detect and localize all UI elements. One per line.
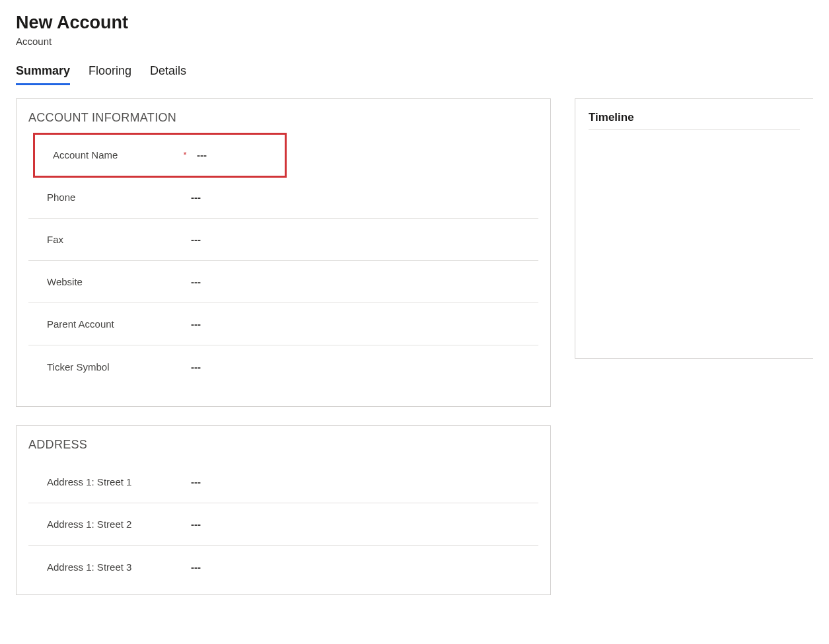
- field-fax[interactable]: Fax ---: [28, 219, 538, 261]
- field-label-address1-street1: Address 1: Street 1: [47, 476, 172, 487]
- field-address1-street2[interactable]: Address 1: Street 2 ---: [28, 503, 538, 546]
- field-value-ticker-symbol[interactable]: ---: [186, 361, 533, 373]
- page-header: New Account Account: [16, 12, 813, 47]
- field-ticker-symbol[interactable]: Ticker Symbol ---: [28, 345, 538, 388]
- field-value-parent-account[interactable]: ---: [186, 318, 533, 330]
- timeline-card: Timeline: [575, 98, 813, 359]
- page-title: New Account: [16, 12, 813, 33]
- field-label-website: Website: [47, 276, 172, 287]
- field-value-website[interactable]: ---: [186, 276, 533, 287]
- section-title-address: ADDRESS: [28, 438, 538, 452]
- page-subtitle: Account: [16, 36, 813, 47]
- field-label-address1-street2: Address 1: Street 2: [47, 519, 172, 530]
- field-label-address1-street3: Address 1: Street 3: [47, 561, 172, 573]
- tab-summary[interactable]: Summary: [16, 64, 70, 85]
- tab-list: Summary Flooring Details: [16, 64, 813, 85]
- section-account-information: ACCOUNT INFORMATION Account Name * --- P…: [16, 98, 551, 407]
- field-phone[interactable]: Phone ---: [28, 176, 538, 219]
- field-website[interactable]: Website ---: [28, 261, 538, 303]
- tab-flooring[interactable]: Flooring: [89, 64, 131, 85]
- side-column: Timeline: [575, 98, 813, 359]
- field-label-account-name: Account Name: [53, 149, 178, 161]
- field-value-fax[interactable]: ---: [186, 234, 533, 245]
- field-address1-street1[interactable]: Address 1: Street 1 ---: [28, 461, 538, 503]
- main-column: ACCOUNT INFORMATION Account Name * --- P…: [16, 98, 551, 595]
- field-label-parent-account: Parent Account: [47, 318, 172, 330]
- field-account-name[interactable]: Account Name * ---: [34, 134, 285, 176]
- timeline-title: Timeline: [589, 111, 800, 130]
- field-address1-street3[interactable]: Address 1: Street 3 ---: [28, 546, 538, 588]
- content-area: ACCOUNT INFORMATION Account Name * --- P…: [16, 98, 813, 595]
- field-value-address1-street3[interactable]: ---: [186, 561, 533, 573]
- field-value-phone[interactable]: ---: [186, 192, 533, 203]
- field-label-phone: Phone: [47, 192, 172, 203]
- field-label-fax: Fax: [47, 234, 172, 245]
- field-value-account-name[interactable]: ---: [192, 149, 280, 161]
- section-title-account-information: ACCOUNT INFORMATION: [28, 111, 538, 125]
- tab-details[interactable]: Details: [150, 64, 186, 85]
- section-address: ADDRESS Address 1: Street 1 --- Address …: [16, 425, 551, 595]
- field-value-address1-street1[interactable]: ---: [186, 476, 533, 487]
- required-indicator: *: [178, 150, 192, 160]
- field-label-ticker-symbol: Ticker Symbol: [47, 361, 172, 373]
- field-value-address1-street2[interactable]: ---: [186, 519, 533, 530]
- field-parent-account[interactable]: Parent Account ---: [28, 303, 538, 345]
